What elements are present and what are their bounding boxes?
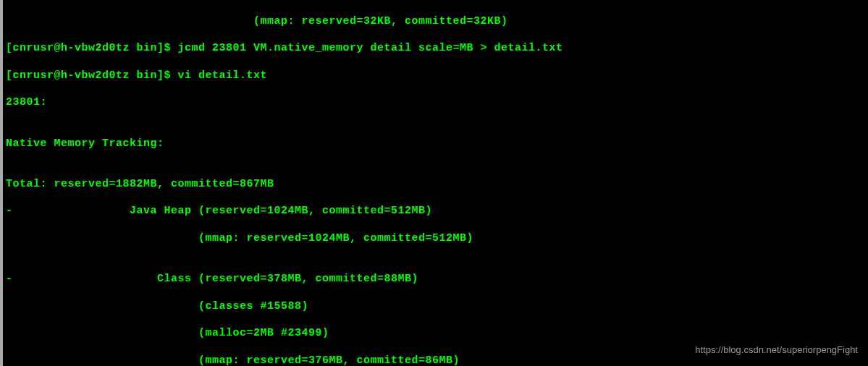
output-line: Total: reserved=1882MB, committed=867MB — [6, 178, 865, 192]
output-line: (mmap: reserved=32KB, committed=32KB) — [6, 15, 865, 29]
output-line: (classes #15588) — [6, 300, 865, 314]
output-line: 23801: — [6, 96, 865, 110]
command-line: [cnrusr@h-vbw2d0tz bin]$ jcmd 23801 VM.n… — [6, 42, 865, 56]
output-line: Native Memory Tracking: — [6, 137, 865, 151]
output-line: - Java Heap (reserved=1024MB, committed=… — [6, 205, 865, 218]
terminal-output[interactable]: (mmap: reserved=32KB, committed=32KB) [c… — [0, 0, 868, 366]
output-line: (malloc=2MB #23499) — [6, 327, 865, 341]
output-line: - Class (reserved=378MB, committed=88MB) — [6, 273, 865, 286]
command-line: [cnrusr@h-vbw2d0tz bin]$ vi detail.txt — [6, 69, 865, 83]
watermark-text: https://blog.csdn.net/superiorpengFight — [695, 344, 858, 356]
output-line: (mmap: reserved=1024MB, committed=512MB) — [6, 232, 865, 246]
